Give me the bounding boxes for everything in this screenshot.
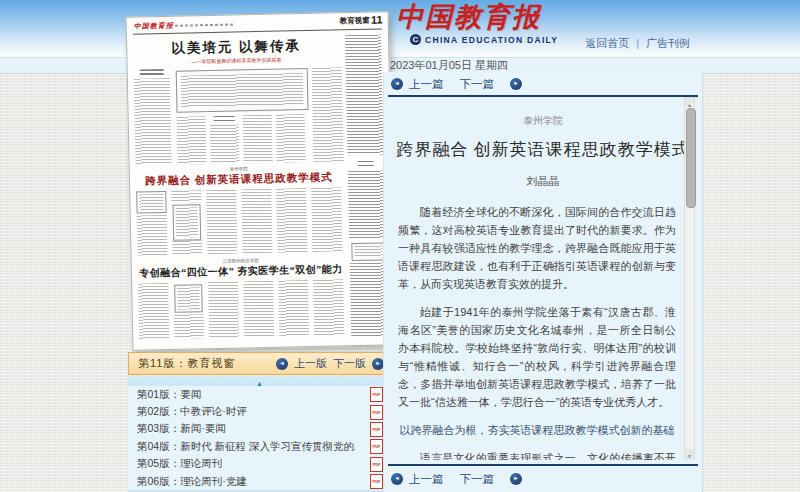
paper-masthead-info: [175, 24, 235, 27]
logo-title: 中国教育报: [396, 1, 616, 33]
scroll-up-strip[interactable]: [128, 377, 391, 386]
paper-col: [243, 115, 273, 164]
scrollbar-down-arrow[interactable]: [685, 449, 694, 458]
edition-label[interactable]: 第02版：中教评论·时评: [137, 405, 247, 419]
prev-article-icon[interactable]: [391, 473, 403, 485]
paper-masthead: 中国教育报: [134, 21, 174, 32]
paper-col: [210, 115, 240, 164]
pdf-icon[interactable]: PDF: [370, 422, 383, 437]
edition-row[interactable]: 第04版：新时代 新征程 深入学习宣传贯彻党的二十大精神专刊 PDF: [128, 438, 391, 455]
edition-bar: 第11版：教育视窗 上一版 下一版: [128, 352, 393, 375]
edition-row[interactable]: 第06版：理论周刊·党建 PDF: [128, 473, 391, 490]
paper-page-number: 11: [371, 13, 383, 25]
article-paragraph: 随着经济全球化的不断深化，国际间的合作交流日趋频繁，这对高校英语专业教育提出了时…: [398, 203, 676, 293]
paper-col: [311, 187, 342, 252]
page: { "header": { "logo_title": "中国教育报", "lo…: [0, 0, 800, 492]
paper-col: [173, 282, 204, 339]
scrollbar-up-arrow[interactable]: [685, 98, 694, 107]
editions-list: 第01版：要闻 PDF 第02版：中教评论·时评 PDF 第03版：新闻·要闻 …: [128, 377, 391, 492]
paper-col: [312, 67, 344, 162]
paper-col: [171, 190, 202, 255]
divider-rule: [388, 95, 698, 97]
home-link[interactable]: 返回首页: [585, 37, 629, 49]
pdf-icon[interactable]: PDF: [370, 439, 383, 454]
edition-label[interactable]: 第06版：理论周刊·党建: [137, 475, 247, 489]
paper-col: [278, 280, 309, 337]
paper-col: [276, 114, 306, 163]
link-separator: |: [636, 37, 639, 49]
newspaper-preview[interactable]: 中国教育报 教育视窗 11 以美培元 以舞传承 ——学院民族舞蹈课程美育教学实践…: [126, 11, 396, 350]
pdf-icon[interactable]: PDF: [370, 474, 383, 489]
next-article-link[interactable]: 下一篇: [460, 77, 495, 92]
edition-label[interactable]: 第04版：新时代 新征程 深入学习宣传贯彻党的二十大精神专刊: [137, 440, 355, 454]
edition-label[interactable]: 第05版：理论周刊: [137, 457, 222, 471]
header-links: 返回首页|广告刊例: [585, 36, 690, 51]
paper-col: [241, 189, 272, 254]
prev-article-link[interactable]: 上一篇: [409, 472, 444, 487]
edition-row[interactable]: 第03版：新闻·要闻 PDF: [128, 421, 391, 438]
globe-icon: C: [410, 34, 421, 45]
paper-section-name: 教育视窗: [340, 16, 370, 27]
paper-right-column: [345, 34, 387, 337]
ads-link[interactable]: 广告刊例: [646, 37, 690, 49]
paper-col: [276, 188, 307, 253]
date-text: 2023年01月05日 星期四: [390, 59, 508, 71]
paper-col: [134, 69, 172, 166]
edition-label[interactable]: 第03版：新闻·要闻: [137, 422, 226, 436]
pdf-icon[interactable]: PDF: [370, 457, 383, 472]
paper-col: [313, 279, 344, 336]
paper-col: [177, 116, 207, 165]
article-college: 泰州学院: [384, 114, 702, 128]
paper-intro-box: [176, 68, 309, 113]
paper-col: [138, 283, 169, 340]
pdf-icon[interactable]: PDF: [370, 405, 383, 420]
article-paragraph: 始建于1941年的泰州学院坐落于素有“汉唐古郡、淮海名区”美誉的国家历史文化名城…: [398, 303, 676, 411]
article-title: 跨界融合 创新英语课程思政教学模式: [384, 138, 702, 161]
site-logo: 中国教育报 C CHINA EDUCATION DAILY: [396, 1, 616, 45]
next-article-link[interactable]: 下一篇: [460, 472, 495, 487]
divider-rule-bottom: [388, 464, 698, 466]
prev-article-icon[interactable]: [391, 78, 403, 90]
next-edition-link[interactable]: 下一版: [333, 356, 366, 371]
article-subheading: 以跨界融合为根，夯实英语课程思政教学模式创新的基础: [398, 421, 676, 439]
article-panel: 上一篇 下一篇 泰州学院 跨界融合 创新英语课程思政教学模式 刘晶晶 随着经济全…: [383, 72, 703, 492]
article-scroll-area[interactable]: 泰州学院 跨界融合 创新英语课程思政教学模式 刘晶晶 随着经济全球化的不断深化，…: [384, 98, 702, 460]
pdf-icon[interactable]: PDF: [370, 387, 383, 402]
article-author: 刘晶晶: [384, 174, 702, 189]
next-article-icon[interactable]: [510, 78, 522, 90]
prev-edition-link[interactable]: 上一版: [294, 356, 327, 371]
top-banner: 中国教育报 C CHINA EDUCATION DAILY 返回首页|广告刊例: [0, 0, 800, 57]
scrollbar-thumb[interactable]: [686, 108, 696, 208]
paper-headline-2: 跨界融合 创新英语课程思政教学模式: [136, 170, 342, 188]
edition-row[interactable]: 第02版：中教评论·时评 PDF: [128, 403, 391, 420]
article-body: 随着经济全球化的不断深化，国际间的合作交流日趋频繁，这对高校英语专业教育提出了时…: [398, 203, 676, 460]
article-paragraph: 语言是文化的重要表现形式之一，文化的传播离不开语言这一重要载体，学校及时引进跨界…: [398, 449, 676, 460]
edition-row[interactable]: 第01版：要闻 PDF: [128, 386, 391, 403]
paper-col: [208, 281, 239, 338]
paper-headline-3: 专创融合“四位一体” 夯实医学生“双创”能力: [138, 262, 344, 280]
current-edition-label: 第11版：教育视窗: [138, 356, 235, 371]
paper-col: [206, 190, 237, 255]
prev-article-link[interactable]: 上一篇: [409, 77, 444, 92]
paper-col: [136, 191, 167, 256]
edition-row[interactable]: 第05版：理论周刊 PDF: [128, 456, 391, 473]
article-scrollbar[interactable]: [684, 97, 695, 459]
paper-col: [243, 281, 274, 338]
edition-label[interactable]: 第01版：要闻: [137, 388, 201, 402]
prev-edition-icon[interactable]: [276, 358, 288, 370]
next-article-icon[interactable]: [510, 473, 522, 485]
article-nav-bottom: 上一篇 下一篇: [391, 469, 522, 489]
article-nav-top: 上一篇 下一篇: [384, 72, 702, 94]
logo-subtitle: CHINA EDUCATION DAILY: [425, 35, 558, 45]
